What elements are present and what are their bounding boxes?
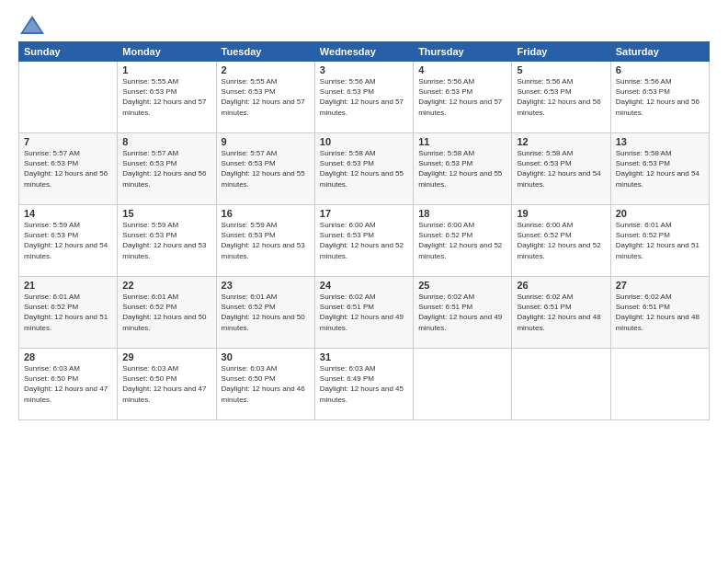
sunset-text: Sunset: 6:53 PM bbox=[517, 87, 571, 96]
sunrise-text: Sunrise: 5:58 AM bbox=[517, 149, 573, 157]
sunset-text: Sunset: 6:52 PM bbox=[24, 303, 78, 311]
sunrise-text: Sunrise: 6:02 AM bbox=[418, 293, 474, 301]
calendar-cell: 11 Sunrise: 5:58 AM Sunset: 6:53 PM Dayl… bbox=[414, 133, 512, 205]
daylight-text: Daylight: 12 hours and 57 minutes. bbox=[122, 98, 206, 116]
day-number: 17 bbox=[320, 208, 408, 219]
daylight-text: Daylight: 12 hours and 54 minutes. bbox=[24, 241, 108, 259]
day-info: Sunrise: 5:58 AM Sunset: 6:53 PM Dayligh… bbox=[320, 148, 408, 190]
daylight-text: Daylight: 12 hours and 50 minutes. bbox=[122, 313, 206, 331]
day-info: Sunrise: 6:03 AM Sunset: 6:50 PM Dayligh… bbox=[222, 363, 310, 405]
day-info: Sunrise: 5:55 AM Sunset: 6:53 PM Dayligh… bbox=[222, 76, 310, 118]
day-info: Sunrise: 5:56 AM Sunset: 6:53 PM Dayligh… bbox=[616, 76, 704, 118]
daylight-text: Daylight: 12 hours and 54 minutes. bbox=[616, 169, 700, 188]
day-number: 21 bbox=[24, 280, 112, 291]
day-info: Sunrise: 6:02 AM Sunset: 6:51 PM Dayligh… bbox=[616, 292, 704, 333]
col-sunday: Sunday bbox=[19, 42, 118, 62]
day-number: 13 bbox=[616, 136, 704, 147]
header-row: Sunday Monday Tuesday Wednesday Thursday… bbox=[19, 42, 710, 62]
calendar-cell: 25 Sunrise: 6:02 AM Sunset: 6:51 PM Dayl… bbox=[414, 277, 512, 349]
daylight-text: Daylight: 12 hours and 57 minutes. bbox=[222, 98, 305, 116]
sunset-text: Sunset: 6:53 PM bbox=[222, 159, 276, 167]
day-info: Sunrise: 6:02 AM Sunset: 6:51 PM Dayligh… bbox=[418, 292, 506, 333]
calendar-body: 1 Sunrise: 5:55 AM Sunset: 6:53 PM Dayli… bbox=[19, 62, 710, 420]
daylight-text: Daylight: 12 hours and 53 minutes. bbox=[122, 241, 206, 259]
day-number: 25 bbox=[418, 280, 506, 291]
calendar-cell: 21 Sunrise: 6:01 AM Sunset: 6:52 PM Dayl… bbox=[19, 277, 118, 349]
sunset-text: Sunset: 6:53 PM bbox=[320, 159, 374, 167]
table-row: 7 Sunrise: 5:57 AM Sunset: 6:53 PM Dayli… bbox=[19, 133, 710, 205]
table-row: 28 Sunrise: 6:03 AM Sunset: 6:50 PM Dayl… bbox=[19, 349, 710, 420]
sunrise-text: Sunrise: 5:58 AM bbox=[616, 149, 672, 157]
daylight-text: Daylight: 12 hours and 55 minutes. bbox=[418, 169, 502, 188]
calendar-cell: 12 Sunrise: 5:58 AM Sunset: 6:53 PM Dayl… bbox=[512, 133, 610, 205]
daylight-text: Daylight: 12 hours and 48 minutes. bbox=[616, 313, 700, 331]
sunrise-text: Sunrise: 6:03 AM bbox=[24, 364, 80, 373]
day-info: Sunrise: 6:03 AM Sunset: 6:50 PM Dayligh… bbox=[24, 363, 112, 405]
sunset-text: Sunset: 6:53 PM bbox=[320, 231, 374, 239]
day-info: Sunrise: 6:03 AM Sunset: 6:50 PM Dayligh… bbox=[122, 363, 210, 405]
calendar-cell: 14 Sunrise: 5:59 AM Sunset: 6:53 PM Dayl… bbox=[19, 205, 118, 277]
day-info: Sunrise: 6:01 AM Sunset: 6:52 PM Dayligh… bbox=[24, 292, 112, 333]
calendar-cell: 18 Sunrise: 6:00 AM Sunset: 6:52 PM Dayl… bbox=[414, 205, 512, 277]
calendar-cell: 17 Sunrise: 6:00 AM Sunset: 6:53 PM Dayl… bbox=[314, 205, 413, 277]
sunset-text: Sunset: 6:53 PM bbox=[320, 87, 374, 96]
sunset-text: Sunset: 6:53 PM bbox=[24, 159, 78, 167]
sunset-text: Sunset: 6:53 PM bbox=[222, 231, 276, 239]
sunrise-text: Sunrise: 5:57 AM bbox=[122, 149, 178, 157]
daylight-text: Daylight: 12 hours and 52 minutes. bbox=[418, 241, 502, 259]
daylight-text: Daylight: 12 hours and 50 minutes. bbox=[222, 313, 305, 331]
day-number: 3 bbox=[320, 64, 408, 75]
sunrise-text: Sunrise: 5:55 AM bbox=[222, 77, 278, 86]
sunset-text: Sunset: 6:53 PM bbox=[418, 159, 472, 167]
calendar-cell: 20 Sunrise: 6:01 AM Sunset: 6:52 PM Dayl… bbox=[610, 205, 709, 277]
day-info: Sunrise: 5:59 AM Sunset: 6:53 PM Dayligh… bbox=[222, 220, 310, 261]
day-info: Sunrise: 6:01 AM Sunset: 6:52 PM Dayligh… bbox=[222, 292, 310, 333]
day-number: 28 bbox=[24, 351, 112, 362]
sunrise-text: Sunrise: 5:55 AM bbox=[122, 77, 178, 86]
calendar-cell: 2 Sunrise: 5:55 AM Sunset: 6:53 PM Dayli… bbox=[216, 62, 314, 133]
day-info: Sunrise: 5:58 AM Sunset: 6:53 PM Dayligh… bbox=[418, 148, 506, 190]
day-number: 29 bbox=[122, 351, 210, 362]
sunrise-text: Sunrise: 6:02 AM bbox=[517, 293, 573, 301]
sunset-text: Sunset: 6:52 PM bbox=[418, 231, 472, 239]
calendar-table: Sunday Monday Tuesday Wednesday Thursday… bbox=[18, 41, 710, 420]
daylight-text: Daylight: 12 hours and 47 minutes. bbox=[122, 385, 206, 403]
sunrise-text: Sunrise: 6:02 AM bbox=[320, 293, 376, 301]
calendar-cell: 19 Sunrise: 6:00 AM Sunset: 6:52 PM Dayl… bbox=[512, 205, 610, 277]
day-number: 27 bbox=[616, 280, 704, 291]
day-number: 5 bbox=[517, 64, 605, 75]
sunrise-text: Sunrise: 5:58 AM bbox=[320, 149, 376, 157]
sunset-text: Sunset: 6:53 PM bbox=[24, 231, 78, 239]
calendar-cell: 15 Sunrise: 5:59 AM Sunset: 6:53 PM Dayl… bbox=[118, 205, 216, 277]
sunrise-text: Sunrise: 5:56 AM bbox=[320, 77, 376, 86]
day-info: Sunrise: 6:01 AM Sunset: 6:52 PM Dayligh… bbox=[616, 220, 704, 261]
calendar-cell: 23 Sunrise: 6:01 AM Sunset: 6:52 PM Dayl… bbox=[216, 277, 314, 349]
table-row: 14 Sunrise: 5:59 AM Sunset: 6:53 PM Dayl… bbox=[19, 205, 710, 277]
day-number: 24 bbox=[320, 280, 408, 291]
sunset-text: Sunset: 6:53 PM bbox=[517, 159, 571, 167]
day-info: Sunrise: 6:02 AM Sunset: 6:51 PM Dayligh… bbox=[320, 292, 408, 333]
sunrise-text: Sunrise: 6:00 AM bbox=[320, 221, 376, 229]
calendar-cell bbox=[512, 349, 610, 420]
daylight-text: Daylight: 12 hours and 56 minutes. bbox=[517, 98, 600, 116]
sunset-text: Sunset: 6:49 PM bbox=[320, 374, 374, 383]
sunrise-text: Sunrise: 6:01 AM bbox=[24, 293, 80, 301]
calendar-cell: 31 Sunrise: 6:03 AM Sunset: 6:49 PM Dayl… bbox=[314, 349, 413, 420]
calendar-cell: 30 Sunrise: 6:03 AM Sunset: 6:50 PM Dayl… bbox=[216, 349, 314, 420]
day-info: Sunrise: 5:58 AM Sunset: 6:53 PM Dayligh… bbox=[616, 148, 704, 190]
day-number: 31 bbox=[320, 351, 408, 362]
daylight-text: Daylight: 12 hours and 45 minutes. bbox=[320, 385, 404, 403]
daylight-text: Daylight: 12 hours and 51 minutes. bbox=[24, 313, 108, 331]
daylight-text: Daylight: 12 hours and 49 minutes. bbox=[418, 313, 502, 331]
logo-icon bbox=[18, 14, 44, 34]
day-info: Sunrise: 5:56 AM Sunset: 6:53 PM Dayligh… bbox=[517, 76, 605, 118]
day-info: Sunrise: 5:56 AM Sunset: 6:53 PM Dayligh… bbox=[418, 76, 506, 118]
daylight-text: Daylight: 12 hours and 46 minutes. bbox=[222, 385, 305, 403]
day-info: Sunrise: 5:56 AM Sunset: 6:53 PM Dayligh… bbox=[320, 76, 408, 118]
sunrise-text: Sunrise: 6:01 AM bbox=[222, 293, 278, 301]
col-tuesday: Tuesday bbox=[216, 42, 314, 62]
day-number: 20 bbox=[616, 208, 704, 219]
day-number: 23 bbox=[222, 280, 310, 291]
sunrise-text: Sunrise: 6:03 AM bbox=[320, 364, 376, 373]
sunset-text: Sunset: 6:52 PM bbox=[616, 231, 670, 239]
